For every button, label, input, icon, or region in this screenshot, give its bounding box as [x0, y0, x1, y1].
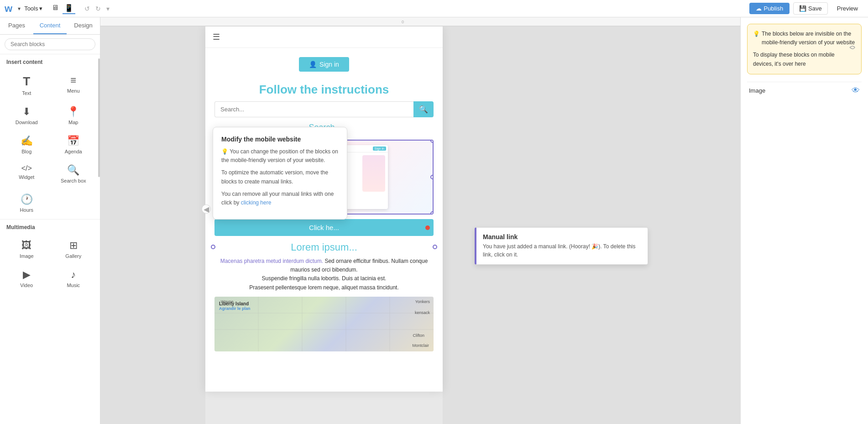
invisible-tooltip-display: To display these blocks on mobile device… [753, 51, 856, 68]
undo-button[interactable]: ↺ [83, 4, 92, 13]
click-here-badge [425, 225, 430, 230]
hours-icon: 🕐 [21, 194, 33, 205]
map-block[interactable]: Liberty Island Agrandir le plan Yonkers … [214, 297, 434, 351]
block-music-label: Music [67, 283, 80, 288]
block-map[interactable]: 📍 Map [51, 101, 97, 130]
tab-design[interactable]: Design [67, 17, 100, 34]
tooltip-arrow[interactable] [847, 43, 857, 55]
right-panel: 💡 The blocks below are invisible on the … [740, 17, 868, 424]
widget-icon: </> [21, 164, 32, 173]
block-text-label: Text [22, 90, 31, 96]
multimedia-label: Multimedia [0, 219, 100, 233]
block-widget[interactable]: </> Widget [4, 160, 50, 188]
logo-caret[interactable]: ▾ [18, 5, 21, 12]
blog-icon: ✍ [21, 135, 33, 147]
map-icon: 📍 [67, 106, 79, 118]
page-header: ☰ [205, 26, 443, 48]
more-history-button[interactable]: ▾ [105, 4, 111, 13]
gallery-icon: ⊞ [69, 240, 78, 251]
history-buttons: ↺ ↻ ▾ [83, 4, 111, 13]
block-agenda-label: Agenda [65, 149, 82, 154]
topbar: w ▾ Tools ▾ 🖥 📱 ↺ ↻ ▾ ☁ Publish 💾 Save P… [0, 0, 868, 17]
modify-popup-title: Modify the mobile website [221, 136, 339, 143]
follow-title: Follow the instructions [205, 76, 443, 101]
handle-mr[interactable] [430, 175, 434, 179]
map-link[interactable]: Agrandir le plan [219, 306, 251, 311]
block-video-label: Video [20, 283, 33, 288]
image-visibility-label: Image [749, 87, 765, 94]
block-widget-label: Widget [19, 174, 34, 180]
block-gallery[interactable]: ⊞ Gallery [51, 235, 97, 263]
multimedia-grid: 🖼 Image ⊞ Gallery ▶ Video ♪ Music [0, 233, 100, 294]
mobile-button[interactable]: 📱 [63, 3, 75, 14]
video-icon: ▶ [23, 269, 31, 281]
block-search-box[interactable]: 🔍 Search box [51, 160, 97, 188]
block-blog[interactable]: ✍ Blog [4, 131, 50, 159]
map-city-kensack: kensack [415, 310, 430, 315]
search-row: 🔍 [214, 101, 434, 117]
image-visibility-toggle[interactable]: 👁 [852, 86, 860, 95]
logo[interactable]: w [5, 3, 12, 15]
block-download[interactable]: ⬇ Download [4, 101, 50, 130]
insert-content-label: Insert content [0, 54, 100, 68]
sidebar: Pages Content Design Insert content T Te… [0, 17, 100, 424]
save-button[interactable]: 💾 Save [793, 2, 828, 15]
person-image [362, 155, 385, 192]
map-city-wayne: Wayne [221, 299, 234, 304]
save-icon: 💾 [799, 5, 806, 12]
handle-br[interactable] [430, 211, 434, 215]
modify-popup-p3: You can remove all your manual links wit… [221, 190, 339, 207]
image-visibility-row: Image 👁 [747, 82, 862, 99]
manual-link-tooltip: Manual link You have just added a manual… [475, 227, 648, 265]
clicking-here-link[interactable]: clicking here [241, 199, 272, 206]
block-menu[interactable]: ≡ Menu [51, 70, 97, 100]
tab-content[interactable]: Content [33, 17, 67, 34]
collapse-sidebar-button[interactable]: ◀ [202, 204, 211, 214]
ruler-horizontal: 0 [100, 17, 740, 26]
publish-button[interactable]: ☁ Publish [749, 3, 790, 14]
canvas-inner: ☰ 👤 Sign in Follow the instructions 🔍 Se [100, 26, 740, 424]
sign-in-button[interactable]: 👤 Sign in [299, 57, 349, 72]
click-here-button[interactable]: Click he... [214, 219, 434, 236]
menu-icon: ≡ [70, 74, 76, 86]
block-video[interactable]: ▶ Video [4, 264, 50, 293]
block-hours[interactable]: 🕐 Hours [4, 189, 50, 217]
invisible-tooltip-title: The blocks below are invisible on the mo… [762, 30, 856, 47]
lorem-title: Lorem ipsum... [214, 238, 434, 256]
svg-text:0: 0 [402, 20, 404, 24]
search-box-icon: 🔍 [67, 164, 79, 176]
lorem-handle-left[interactable] [211, 245, 215, 249]
lorem-handle-right[interactable] [433, 245, 437, 249]
modify-popup-p1: 💡 You can change the position of the blo… [221, 147, 339, 165]
block-agenda[interactable]: 📅 Agenda [51, 131, 97, 159]
block-search-box-label: Search box [61, 178, 86, 183]
block-gallery-label: Gallery [65, 253, 81, 259]
download-icon: ⬇ [22, 106, 31, 118]
search-blocks-input[interactable] [5, 38, 95, 50]
tab-pages[interactable]: Pages [0, 17, 33, 34]
text-icon: T [23, 74, 30, 89]
lorem-section: Lorem ipsum... [214, 238, 434, 256]
invisible-blocks-tooltip: 💡 The blocks below are invisible on the … [747, 24, 862, 74]
sidebar-scrollbar[interactable] [98, 58, 100, 177]
block-text[interactable]: T Text [4, 70, 50, 100]
page-search-input[interactable] [214, 101, 413, 117]
preview-button[interactable]: Preview [831, 3, 863, 14]
block-download-label: Download [16, 120, 38, 125]
hamburger-menu[interactable]: ☰ [213, 32, 220, 42]
page-search-button[interactable]: 🔍 [413, 101, 434, 117]
block-blog-label: Blog [21, 149, 31, 154]
main-area: Pages Content Design Insert content T Te… [0, 17, 868, 424]
tools-button[interactable]: Tools ▾ [24, 5, 42, 12]
canvas-left-gutter [100, 26, 205, 424]
block-map-label: Map [68, 120, 78, 125]
handle-tr[interactable] [430, 140, 434, 143]
device-buttons: 🖥 📱 [50, 3, 75, 14]
block-music[interactable]: ♪ Music [51, 264, 97, 293]
redo-button[interactable]: ↻ [94, 4, 103, 13]
block-image[interactable]: 🖼 Image [4, 235, 50, 263]
user-icon: 👤 [309, 61, 317, 68]
modify-mobile-popup: Modify the mobile website 💡 You can chan… [213, 127, 347, 220]
desktop-button[interactable]: 🖥 [50, 3, 61, 14]
image-icon: 🖼 [21, 240, 31, 251]
